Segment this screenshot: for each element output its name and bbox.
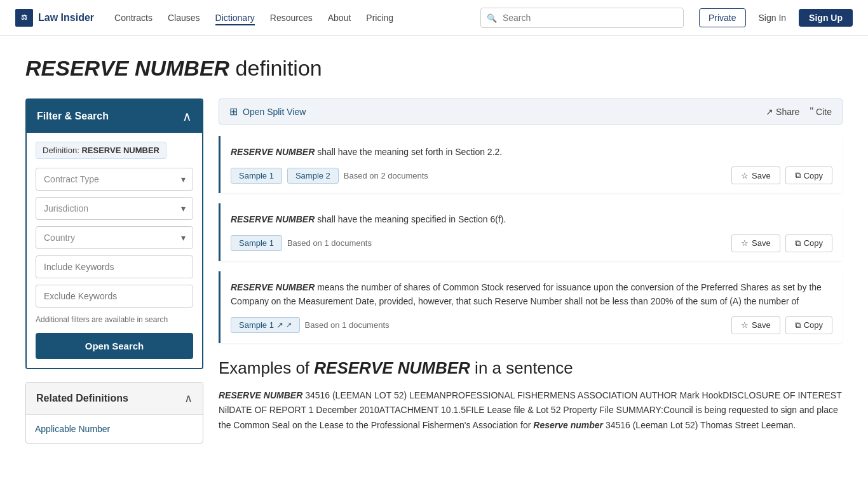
logo[interactable]: ⚖ Law Insider bbox=[15, 9, 94, 27]
filter-header: Filter & Search ∧ bbox=[27, 100, 202, 133]
copy-btn-r3[interactable]: ⧉ Copy bbox=[785, 316, 832, 334]
share-label: Share bbox=[776, 107, 799, 117]
copy-icon-r1: ⧉ bbox=[795, 170, 801, 180]
examples-text: RESERVE NUMBER 34516 (LEEMAN LOT 52) LEE… bbox=[219, 388, 843, 433]
result-actions-3: ☆ Save ⧉ Copy bbox=[731, 316, 832, 334]
logo-text: Law Insider bbox=[38, 12, 94, 24]
split-view-label: Open Split View bbox=[243, 107, 306, 117]
result-term-3: RESERVE NUMBER bbox=[231, 282, 315, 292]
results-panel: ⊞ Open Split View ↗ Share " Cite bbox=[219, 98, 843, 433]
include-keywords-input[interactable] bbox=[36, 255, 193, 278]
doc-count-2: Based on 1 documents bbox=[287, 238, 372, 248]
open-search-button[interactable]: Open Search bbox=[36, 333, 193, 359]
examples-title-start: Examples of bbox=[219, 358, 314, 377]
save-btn-r2[interactable]: ☆ Save bbox=[731, 234, 780, 252]
save-label-r3: Save bbox=[752, 320, 771, 330]
filter-collapse-icon[interactable]: ∧ bbox=[182, 109, 192, 124]
related-body: Applicable Number bbox=[26, 415, 203, 443]
result-footer-1: Sample 1 Sample 2 Based on 2 documents ☆… bbox=[231, 166, 832, 184]
copy-btn-r1[interactable]: ⧉ Copy bbox=[785, 166, 832, 184]
result-text-2: RESERVE NUMBER shall have the meaning sp… bbox=[231, 212, 832, 226]
split-view-icon: ⊞ bbox=[229, 105, 238, 118]
country-wrapper: Country ▾ bbox=[36, 226, 193, 249]
content-layout: Filter & Search ∧ Definition: RESERVE NU… bbox=[25, 98, 843, 444]
nav-pricing[interactable]: Pricing bbox=[366, 13, 393, 23]
result-term-2: RESERVE NUMBER bbox=[231, 214, 315, 224]
copy-btn-r2[interactable]: ⧉ Copy bbox=[785, 234, 832, 252]
examples-bold-italic-term: RESERVE NUMBER bbox=[219, 390, 302, 400]
result-actions-1: ☆ Save ⧉ Copy bbox=[731, 166, 832, 184]
sample-label-r3: Sample 1 ↗ bbox=[239, 320, 283, 330]
share-icon: ↗ bbox=[766, 107, 773, 117]
contract-type-select[interactable]: Contract Type bbox=[36, 168, 193, 191]
page-title: RESERVE NUMBER definition bbox=[25, 56, 843, 81]
page-title-italic: RESERVE NUMBER bbox=[25, 56, 229, 80]
search-wrapper: 🔍 bbox=[480, 8, 684, 28]
sample-1-btn-r1[interactable]: Sample 1 bbox=[231, 168, 282, 184]
signup-button[interactable]: Sign Up bbox=[799, 9, 853, 27]
copy-label-r1: Copy bbox=[804, 171, 823, 180]
nav-links: Contracts Clauses Dictionary Resources A… bbox=[114, 13, 393, 23]
page-container: RESERVE NUMBER definition Filter & Searc… bbox=[0, 36, 868, 464]
definition-term: RESERVE NUMBER bbox=[81, 146, 159, 155]
jurisdiction-wrapper: Jurisdiction ▾ bbox=[36, 197, 193, 220]
cite-label: Cite bbox=[816, 107, 832, 117]
star-icon-r3: ☆ bbox=[741, 320, 749, 330]
examples-title-italic: RESERVE NUMBER bbox=[314, 358, 470, 377]
nav-resources[interactable]: Resources bbox=[270, 13, 313, 23]
related-link-applicable-number[interactable]: Applicable Number bbox=[35, 424, 110, 434]
examples-title: Examples of RESERVE NUMBER in a sentence bbox=[219, 358, 843, 378]
nav-clauses[interactable]: Clauses bbox=[168, 13, 200, 23]
related-collapse-icon[interactable]: ∧ bbox=[184, 391, 193, 405]
page-title-rest: definition bbox=[229, 56, 322, 80]
nav-contracts[interactable]: Contracts bbox=[114, 13, 153, 23]
country-select[interactable]: Country bbox=[36, 226, 193, 249]
jurisdiction-select[interactable]: Jurisdiction bbox=[36, 197, 193, 220]
definition-tag: Definition: RESERVE NUMBER bbox=[36, 142, 166, 159]
copy-icon-r3: ⧉ bbox=[795, 320, 801, 330]
doc-count-1: Based on 2 documents bbox=[344, 171, 428, 180]
contract-type-wrapper: Contract Type ▾ bbox=[36, 168, 193, 191]
filter-box: Filter & Search ∧ Definition: RESERVE NU… bbox=[25, 98, 203, 369]
share-btn[interactable]: ↗ Share bbox=[766, 107, 799, 117]
examples-body2: 34516 (Leeman Lot 52) Thomas Street Leem… bbox=[603, 420, 796, 430]
private-button[interactable]: Private bbox=[699, 8, 746, 27]
filter-note: Additional filters are available in sear… bbox=[36, 315, 193, 324]
save-btn-r1[interactable]: ☆ Save bbox=[731, 166, 780, 184]
navbar: ⚖ Law Insider Contracts Clauses Dictiona… bbox=[0, 0, 868, 36]
copy-icon-r2: ⧉ bbox=[795, 238, 801, 248]
result-footer-3: Sample 1 ↗ ↗ Based on 1 documents ☆ Save… bbox=[231, 316, 832, 334]
result-body-1: shall have the meaning set forth in Sect… bbox=[315, 147, 502, 157]
sample-2-btn-r1[interactable]: Sample 2 bbox=[287, 168, 339, 184]
related-header-label: Related Definitions bbox=[36, 393, 128, 404]
examples-title-end: in a sentence bbox=[470, 358, 573, 377]
star-icon-r1: ☆ bbox=[741, 171, 749, 180]
save-btn-r3[interactable]: ☆ Save bbox=[731, 316, 780, 334]
signin-button[interactable]: Sign In bbox=[752, 9, 793, 27]
save-label-r1: Save bbox=[752, 171, 771, 180]
save-label-r2: Save bbox=[752, 238, 771, 248]
exclude-keywords-input[interactable] bbox=[36, 285, 193, 308]
filter-body: Definition: RESERVE NUMBER Contract Type… bbox=[27, 133, 202, 368]
related-box: Related Definitions ∧ Applicable Number bbox=[25, 382, 203, 444]
result-footer-2: Sample 1 Based on 1 documents ☆ Save ⧉ C… bbox=[231, 234, 832, 252]
result-card-1: RESERVE NUMBER shall have the meaning se… bbox=[219, 136, 843, 193]
result-actions-2: ☆ Save ⧉ Copy bbox=[731, 234, 832, 252]
nav-dictionary[interactable]: Dictionary bbox=[215, 13, 255, 25]
nav-about[interactable]: About bbox=[328, 13, 351, 23]
result-text-3: RESERVE NUMBER means the number of share… bbox=[231, 280, 832, 309]
examples-section: Examples of RESERVE NUMBER in a sentence… bbox=[219, 358, 843, 433]
result-card-2: RESERVE NUMBER shall have the meaning sp… bbox=[219, 203, 843, 261]
sample-1-btn-r2[interactable]: Sample 1 bbox=[231, 235, 282, 251]
open-split-view-btn[interactable]: ⊞ Open Split View bbox=[229, 105, 306, 118]
definition-label: Definition: bbox=[43, 146, 81, 155]
cite-btn[interactable]: " Cite bbox=[810, 106, 832, 118]
result-term-1: RESERVE NUMBER bbox=[231, 147, 315, 157]
copy-label-r3: Copy bbox=[804, 320, 823, 330]
sidebar: Filter & Search ∧ Definition: RESERVE NU… bbox=[25, 98, 203, 444]
result-card-3: RESERVE NUMBER means the number of share… bbox=[219, 271, 843, 343]
sample-1-ext-btn-r3[interactable]: Sample 1 ↗ ↗ bbox=[231, 317, 300, 333]
cite-icon: " bbox=[810, 106, 813, 118]
nav-actions: Private Sign In Sign Up bbox=[699, 8, 853, 27]
search-input[interactable] bbox=[480, 8, 684, 28]
